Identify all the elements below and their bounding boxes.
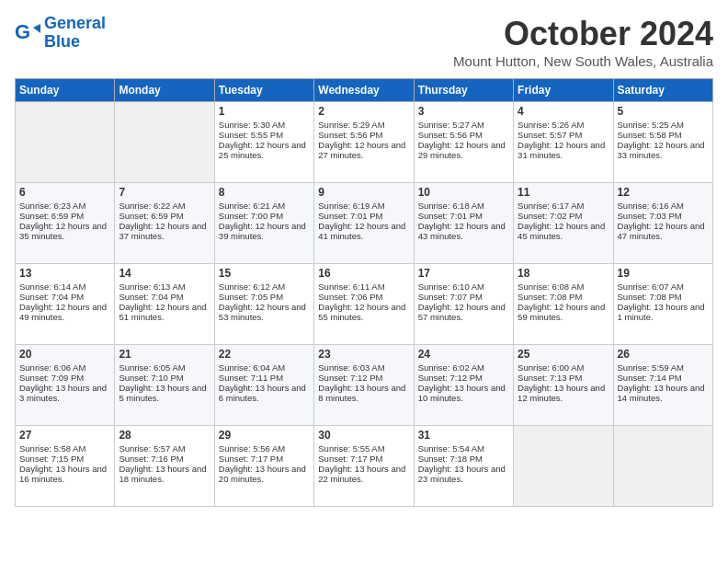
sunset-time: Sunset: 7:08 PM	[618, 292, 709, 302]
daylight-hours: Daylight: 12 hours and 59 minutes.	[518, 302, 609, 322]
calendar-cell: 21Sunrise: 6:05 AMSunset: 7:10 PMDayligh…	[115, 345, 214, 426]
daylight-hours: Daylight: 12 hours and 57 minutes.	[418, 302, 509, 322]
sunset-time: Sunset: 5:55 PM	[219, 130, 310, 140]
calendar-cell: 26Sunrise: 5:59 AMSunset: 7:14 PMDayligh…	[613, 345, 712, 426]
sunrise-time: Sunrise: 6:06 AM	[19, 362, 110, 373]
daylight-hours: Daylight: 12 hours and 45 minutes.	[518, 221, 609, 241]
daylight-hours: Daylight: 12 hours and 43 minutes.	[418, 221, 509, 241]
day-number: 22	[219, 348, 310, 361]
logo: G General Blue	[15, 15, 106, 52]
calendar-cell: 13Sunrise: 6:14 AMSunset: 7:04 PMDayligh…	[16, 264, 115, 345]
sunset-time: Sunset: 7:02 PM	[518, 211, 609, 221]
day-number: 2	[318, 105, 409, 118]
calendar-week-3: 13Sunrise: 6:14 AMSunset: 7:04 PMDayligh…	[16, 264, 713, 345]
sunrise-time: Sunrise: 5:59 AM	[618, 362, 709, 373]
calendar-cell: 4Sunrise: 5:26 AMSunset: 5:57 PMDaylight…	[514, 102, 613, 183]
sunset-time: Sunset: 7:15 PM	[19, 454, 110, 464]
day-number: 23	[318, 348, 409, 361]
calendar-week-2: 6Sunrise: 6:23 AMSunset: 6:59 PMDaylight…	[16, 183, 713, 264]
sunset-time: Sunset: 5:58 PM	[618, 130, 709, 140]
day-number: 26	[618, 348, 709, 361]
title-block: October 2024 Mount Hutton, New South Wal…	[453, 15, 713, 69]
day-number: 19	[618, 267, 709, 280]
sunrise-time: Sunrise: 5:57 AM	[119, 443, 210, 454]
sunset-time: Sunset: 7:00 PM	[219, 211, 310, 221]
day-number: 10	[418, 186, 509, 199]
sunrise-time: Sunrise: 5:58 AM	[19, 443, 110, 454]
calendar-cell: 3Sunrise: 5:27 AMSunset: 5:56 PMDaylight…	[414, 102, 513, 183]
day-number: 28	[119, 429, 210, 442]
day-number: 18	[518, 267, 609, 280]
calendar-cell	[514, 426, 613, 507]
day-number: 20	[19, 348, 110, 361]
sunrise-time: Sunrise: 5:55 AM	[318, 443, 409, 454]
day-number: 7	[119, 186, 210, 199]
day-number: 5	[618, 105, 709, 118]
day-number: 27	[19, 429, 110, 442]
calendar-cell: 18Sunrise: 6:08 AMSunset: 7:08 PMDayligh…	[514, 264, 613, 345]
sunset-time: Sunset: 7:06 PM	[318, 292, 409, 302]
calendar-cell: 28Sunrise: 5:57 AMSunset: 7:16 PMDayligh…	[115, 426, 214, 507]
daylight-hours: Daylight: 12 hours and 51 minutes.	[119, 302, 210, 322]
daylight-hours: Daylight: 13 hours and 12 minutes.	[518, 383, 609, 403]
daylight-hours: Daylight: 12 hours and 53 minutes.	[219, 302, 310, 322]
day-number: 21	[119, 348, 210, 361]
sunrise-time: Sunrise: 6:11 AM	[318, 282, 409, 292]
calendar-cell: 6Sunrise: 6:23 AMSunset: 6:59 PMDaylight…	[16, 183, 115, 264]
sunset-time: Sunset: 5:56 PM	[318, 130, 409, 140]
sunrise-time: Sunrise: 6:03 AM	[318, 362, 409, 373]
daylight-hours: Daylight: 12 hours and 39 minutes.	[219, 221, 310, 241]
daylight-hours: Daylight: 13 hours and 14 minutes.	[618, 383, 709, 403]
day-number: 8	[219, 186, 310, 199]
daylight-hours: Daylight: 13 hours and 22 minutes.	[318, 464, 409, 484]
calendar-cell: 5Sunrise: 5:25 AMSunset: 5:58 PMDaylight…	[613, 102, 712, 183]
sunrise-time: Sunrise: 6:07 AM	[618, 282, 709, 292]
calendar-cell: 1Sunrise: 5:30 AMSunset: 5:55 PMDaylight…	[214, 102, 313, 183]
calendar-cell	[613, 426, 712, 507]
day-number: 4	[518, 105, 609, 118]
month-title: October 2024	[453, 15, 713, 53]
sunset-time: Sunset: 7:05 PM	[219, 292, 310, 302]
calendar-table: SundayMondayTuesdayWednesdayThursdayFrid…	[15, 78, 713, 507]
sunset-time: Sunset: 7:03 PM	[618, 211, 709, 221]
calendar-cell: 2Sunrise: 5:29 AMSunset: 5:56 PMDaylight…	[314, 102, 414, 183]
calendar-cell: 23Sunrise: 6:03 AMSunset: 7:12 PMDayligh…	[314, 345, 414, 426]
day-number: 9	[318, 186, 409, 199]
sunrise-time: Sunrise: 6:04 AM	[219, 362, 310, 373]
location-title: Mount Hutton, New South Wales, Australia	[453, 53, 713, 69]
daylight-hours: Daylight: 13 hours and 3 minutes.	[19, 383, 110, 403]
daylight-hours: Daylight: 12 hours and 41 minutes.	[318, 221, 409, 241]
daylight-hours: Daylight: 12 hours and 49 minutes.	[19, 302, 110, 322]
calendar-cell: 22Sunrise: 6:04 AMSunset: 7:11 PMDayligh…	[214, 345, 313, 426]
day-number: 16	[318, 267, 409, 280]
sunset-time: Sunset: 7:04 PM	[19, 292, 110, 302]
sunset-time: Sunset: 7:04 PM	[119, 292, 210, 302]
sunrise-time: Sunrise: 6:19 AM	[318, 201, 409, 211]
logo-icon: G	[15, 20, 40, 46]
calendar-cell: 19Sunrise: 6:07 AMSunset: 7:08 PMDayligh…	[613, 264, 712, 345]
day-number: 31	[418, 429, 509, 442]
daylight-hours: Daylight: 13 hours and 5 minutes.	[119, 383, 210, 403]
calendar-cell: 9Sunrise: 6:19 AMSunset: 7:01 PMDaylight…	[314, 183, 414, 264]
calendar-week-4: 20Sunrise: 6:06 AMSunset: 7:09 PMDayligh…	[16, 345, 713, 426]
sunset-time: Sunset: 5:57 PM	[518, 130, 609, 140]
sunset-time: Sunset: 7:12 PM	[418, 373, 509, 383]
sunrise-time: Sunrise: 6:02 AM	[418, 362, 509, 373]
daylight-hours: Daylight: 13 hours and 20 minutes.	[219, 464, 310, 484]
daylight-hours: Daylight: 13 hours and 6 minutes.	[219, 383, 310, 403]
sunset-time: Sunset: 7:09 PM	[19, 373, 110, 383]
day-number: 30	[318, 429, 409, 442]
calendar-cell: 7Sunrise: 6:22 AMSunset: 6:59 PMDaylight…	[115, 183, 214, 264]
col-header-sunday: Sunday	[16, 79, 115, 102]
daylight-hours: Daylight: 13 hours and 16 minutes.	[19, 464, 110, 484]
sunset-time: Sunset: 7:07 PM	[418, 292, 509, 302]
sunrise-time: Sunrise: 6:21 AM	[219, 201, 310, 211]
calendar-week-1: 1Sunrise: 5:30 AMSunset: 5:55 PMDaylight…	[16, 102, 713, 183]
svg-marker-1	[33, 24, 40, 33]
col-header-friday: Friday	[514, 79, 613, 102]
sunrise-time: Sunrise: 5:25 AM	[618, 120, 709, 130]
calendar-cell: 24Sunrise: 6:02 AMSunset: 7:12 PMDayligh…	[414, 345, 513, 426]
calendar-cell: 16Sunrise: 6:11 AMSunset: 7:06 PMDayligh…	[314, 264, 414, 345]
calendar-cell: 31Sunrise: 5:54 AMSunset: 7:18 PMDayligh…	[414, 426, 513, 507]
sunrise-time: Sunrise: 5:56 AM	[219, 443, 310, 454]
